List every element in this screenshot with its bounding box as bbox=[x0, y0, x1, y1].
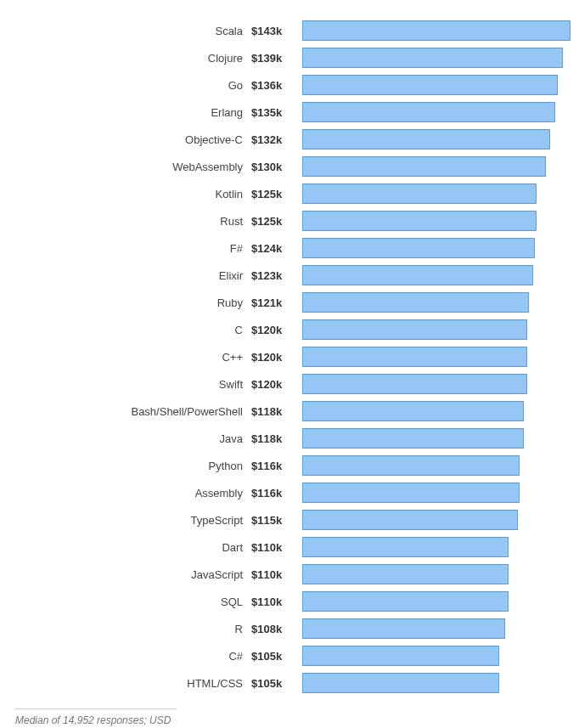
chart-row-value: $120k bbox=[251, 324, 302, 336]
chart-bar-track bbox=[302, 564, 571, 584]
chart-bar-track bbox=[302, 20, 571, 41]
chart-bar-track bbox=[302, 265, 571, 285]
chart-bar-track bbox=[302, 238, 571, 258]
chart-bar bbox=[302, 292, 529, 313]
chart-bar bbox=[302, 483, 520, 503]
chart-row-label: Objective-C bbox=[8, 133, 251, 146]
chart-row-label: Python bbox=[8, 460, 251, 472]
chart-row-label: Swift bbox=[8, 378, 251, 391]
chart-bar-track bbox=[302, 129, 571, 150]
chart-row: Kotlin$125k bbox=[8, 180, 571, 207]
chart-bar-track bbox=[302, 374, 571, 394]
chart-row-value: $116k bbox=[251, 460, 302, 472]
chart-row: TypeScript$115k bbox=[8, 506, 571, 533]
chart-row-label: Bash/Shell/PowerShell bbox=[8, 405, 251, 418]
chart-row-label: R bbox=[8, 623, 251, 635]
chart-bar-track bbox=[302, 75, 571, 95]
chart-row-value: $110k bbox=[251, 568, 302, 581]
chart-row-value: $115k bbox=[251, 514, 302, 527]
chart-row: WebAssembly$130k bbox=[8, 153, 571, 180]
chart-bar-track bbox=[302, 483, 571, 503]
chart-row-label: Java bbox=[8, 432, 251, 445]
chart-bar-track bbox=[302, 646, 571, 666]
chart-row: Erlang$135k bbox=[8, 99, 571, 126]
chart-row: Bash/Shell/PowerShell$118k bbox=[8, 398, 571, 425]
chart-bar-track bbox=[302, 673, 571, 693]
chart-row-value: $139k bbox=[251, 52, 302, 65]
chart-row-label: HTML/CSS bbox=[8, 677, 251, 690]
chart-row: Ruby$121k bbox=[8, 289, 571, 316]
chart-bar-track bbox=[302, 401, 571, 421]
chart-row-label: Kotlin bbox=[8, 188, 251, 200]
chart-bar-track bbox=[302, 591, 571, 612]
chart-bar bbox=[302, 428, 524, 449]
chart-row: R$108k bbox=[8, 615, 571, 642]
chart-bar bbox=[302, 537, 509, 557]
chart-row: HTML/CSS$105k bbox=[8, 669, 571, 697]
chart-row-label: WebAssembly bbox=[8, 161, 251, 173]
chart-bar bbox=[302, 591, 509, 612]
chart-bar-track bbox=[302, 428, 571, 449]
chart-row-value: $118k bbox=[251, 405, 302, 418]
salary-bar-chart: Scala$143kClojure$139kGo$136kErlang$135k… bbox=[8, 17, 571, 697]
chart-row-value: $121k bbox=[251, 296, 302, 309]
chart-bar bbox=[302, 265, 533, 285]
chart-row-label: TypeScript bbox=[8, 514, 251, 527]
chart-row-value: $125k bbox=[251, 215, 302, 228]
chart-bar bbox=[302, 374, 527, 394]
chart-row: C$120k bbox=[8, 316, 571, 343]
chart-bar bbox=[302, 618, 505, 639]
chart-bar-track bbox=[302, 211, 571, 231]
chart-row-label: Scala bbox=[8, 25, 251, 37]
chart-bar bbox=[302, 183, 537, 204]
chart-row: Elixir$123k bbox=[8, 262, 571, 289]
chart-row: F#$124k bbox=[8, 234, 571, 262]
chart-row-label: Elixir bbox=[8, 269, 251, 282]
chart-row-value: $105k bbox=[251, 650, 302, 663]
chart-row: Assembly$116k bbox=[8, 479, 571, 506]
chart-bar bbox=[302, 455, 520, 476]
chart-bar-track bbox=[302, 618, 571, 639]
chart-bar bbox=[302, 673, 499, 693]
chart-bar-track bbox=[302, 156, 571, 177]
chart-bar bbox=[302, 510, 518, 530]
chart-row-value: $125k bbox=[251, 188, 302, 200]
chart-row-label: C# bbox=[8, 650, 251, 663]
chart-row-label: JavaScript bbox=[8, 568, 251, 581]
chart-row-value: $120k bbox=[251, 378, 302, 391]
chart-bar bbox=[302, 238, 535, 258]
chart-bar-track bbox=[302, 510, 571, 530]
chart-row-label: F# bbox=[8, 242, 251, 255]
chart-bar-track bbox=[302, 319, 571, 340]
chart-row: C++$120k bbox=[8, 343, 571, 370]
chart-bar-track bbox=[302, 537, 571, 557]
chart-bar bbox=[302, 646, 499, 666]
chart-bar-track bbox=[302, 183, 571, 204]
chart-footer-note: Median of 14,952 responses; USD bbox=[15, 708, 177, 726]
chart-row-value: $116k bbox=[251, 487, 302, 499]
chart-row: JavaScript$110k bbox=[8, 561, 571, 588]
chart-row: SQL$110k bbox=[8, 588, 571, 615]
chart-row-value: $108k bbox=[251, 623, 302, 635]
chart-bar-track bbox=[302, 455, 571, 476]
chart-row: Swift$120k bbox=[8, 370, 571, 398]
chart-row-value: $110k bbox=[251, 541, 302, 554]
chart-row-value: $135k bbox=[251, 106, 302, 119]
chart-row: C#$105k bbox=[8, 642, 571, 669]
chart-row: Python$116k bbox=[8, 452, 571, 479]
chart-row: Go$136k bbox=[8, 71, 571, 99]
chart-bar-track bbox=[302, 292, 571, 313]
chart-bar bbox=[302, 20, 571, 41]
chart-bar bbox=[302, 75, 558, 95]
chart-row-value: $130k bbox=[251, 161, 302, 173]
chart-row: Objective-C$132k bbox=[8, 126, 571, 153]
chart-bar bbox=[302, 129, 550, 150]
chart-row-value: $136k bbox=[251, 79, 302, 92]
chart-bar bbox=[302, 102, 555, 122]
chart-row-label: Rust bbox=[8, 215, 251, 228]
chart-row-value: $120k bbox=[251, 351, 302, 364]
chart-bar bbox=[302, 401, 524, 421]
chart-bar bbox=[302, 319, 527, 340]
chart-bar-track bbox=[302, 347, 571, 367]
chart-row-value: $105k bbox=[251, 677, 302, 690]
